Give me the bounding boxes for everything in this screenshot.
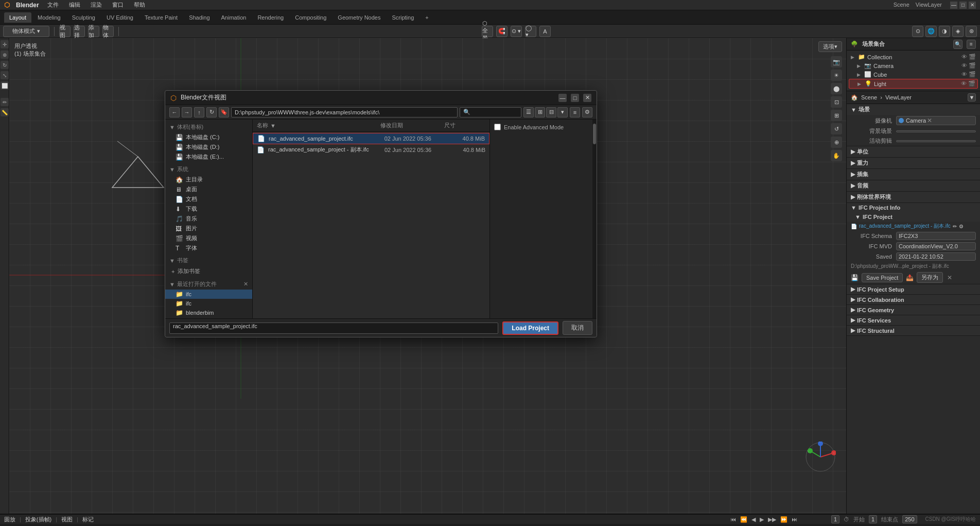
toolbar-snap[interactable]: 🧲 — [496, 26, 507, 37]
timeline-jump-start[interactable]: ⏮ — [730, 516, 736, 522]
end-frame-input[interactable]: 250 — [902, 515, 917, 523]
load-project-button[interactable]: Load Project — [502, 321, 558, 335]
collection-render-icon[interactable]: 🎬 — [969, 54, 976, 60]
tab-layout[interactable]: Layout — [4, 12, 31, 23]
timeline-play-btn[interactable]: ▶ — [760, 516, 764, 523]
vp-rotate-icon[interactable]: ↺ — [831, 123, 842, 134]
start-frame-input[interactable]: 1 — [869, 515, 877, 523]
toolbar-proportional[interactable]: ⊙ ▾ — [511, 26, 522, 37]
frame-current-display[interactable]: 1 — [831, 515, 839, 523]
outliner-search-icon[interactable]: 🔍 — [953, 40, 962, 49]
tab-rendering[interactable]: Rendering — [252, 12, 289, 23]
toolbar-transform[interactable]: ◯ ▾ — [525, 26, 536, 37]
tab-modeling[interactable]: Modeling — [32, 12, 66, 23]
fb-maximize-btn[interactable]: □ — [571, 94, 579, 102]
props-breadcrumb-view[interactable]: ViewLayer — [885, 94, 912, 100]
toolbar-material-mode[interactable]: ◈ — [952, 26, 964, 37]
fb-nav-back[interactable]: ← — [169, 107, 180, 117]
tab-texture-paint[interactable]: Texture Paint — [139, 12, 183, 23]
fb-view-list[interactable]: ☰ — [523, 107, 534, 117]
fb-filename-display[interactable]: rac_advanced_sample_project.ifc — [169, 323, 498, 334]
light-visibility-icon[interactable]: 👁 — [960, 80, 967, 87]
toolbar-object[interactable]: 物体 — [102, 26, 114, 37]
fb-section-recent-header[interactable]: ▼ 最近打开的文件 ✕ — [165, 279, 252, 290]
viewport-options-button[interactable]: 选项▾ — [818, 41, 842, 52]
fb-close-btn[interactable]: ✕ — [583, 94, 591, 102]
advanced-checkbox-input[interactable] — [494, 124, 501, 130]
fb-settings-btn[interactable]: ⚙ — [582, 107, 592, 117]
fb-item-pictures[interactable]: 🖼 图片 — [165, 224, 252, 233]
col-header-size[interactable]: 尺寸 — [444, 122, 485, 129]
tab-shading[interactable]: Shading — [184, 12, 215, 23]
camera-render-icon[interactable]: 🎬 — [969, 62, 976, 69]
units-header[interactable]: ▶ 单位 — [847, 146, 980, 157]
ifc-file-edit-icon[interactable]: ✏ — [953, 224, 957, 229]
props-filter-icon[interactable]: ▼ — [968, 93, 976, 101]
toolbar-select[interactable]: 选择 — [74, 26, 85, 37]
fb-section-volumes-header[interactable]: ▼ 体积(卷标) — [165, 122, 252, 132]
rigid-body-header[interactable]: ▶ 刚体世界环境 — [847, 192, 980, 202]
menu-help[interactable]: 帮助 — [132, 1, 147, 9]
fb-item-documents[interactable]: 📄 文档 — [165, 194, 252, 204]
ifc-structural-header[interactable]: ▶ IFC Structural — [847, 326, 980, 335]
fb-recent-ifc-1[interactable]: 📁 ifc — [165, 290, 252, 299]
menu-window[interactable]: 窗口 — [110, 1, 126, 9]
fb-filter-btn[interactable]: ≡ — [570, 107, 580, 117]
fb-nav-refresh[interactable]: ↻ — [206, 107, 217, 117]
fb-search-bar[interactable]: 🔍 — [460, 107, 521, 117]
tool-cursor[interactable]: ✛ — [1, 40, 9, 48]
advanced-mode-checkbox[interactable]: Enable Advanced Mode — [494, 124, 588, 130]
ifc-collab-header[interactable]: ▶ IFC Collaboration — [847, 295, 980, 304]
toolbar-object-mode[interactable]: 物体模式 ▾ — [3, 26, 49, 37]
vp-wireframe-icon[interactable]: ⊡ — [831, 96, 842, 108]
fb-item-home[interactable]: 🏠 主目录 — [165, 175, 252, 184]
tool-transform[interactable]: ⬜ — [1, 81, 9, 90]
timeline-prev[interactable]: ◀ — [751, 516, 756, 523]
tool-measure[interactable]: 📏 — [1, 108, 9, 116]
tree-item-camera[interactable]: ▶ 📷 Camera 👁 🎬 — [849, 61, 978, 70]
fb-item-d-drive[interactable]: 💾 本地磁盘 (D:) — [165, 142, 252, 152]
vp-sun-icon[interactable]: ☀ — [831, 70, 842, 81]
toolbar-add[interactable]: 添加 — [88, 26, 99, 37]
tree-item-cube[interactable]: ▶ ⬜ Cube 👁 🎬 — [849, 70, 978, 79]
timeline-mark-label[interactable]: 标记 — [82, 516, 94, 523]
fb-nav-forward[interactable]: → — [182, 107, 192, 117]
menu-file[interactable]: 文件 — [45, 1, 61, 9]
tab-compositing[interactable]: Compositing — [290, 12, 331, 23]
recent-close-icon[interactable]: ✕ — [243, 281, 248, 287]
close-button[interactable]: ✕ — [969, 2, 976, 9]
audio-header[interactable]: ▶ 音频 — [847, 180, 980, 191]
fb-path-bar[interactable]: D:\phpstudy_pro\WWW\three.js-dev\example… — [231, 107, 458, 117]
cube-visibility-icon[interactable]: 👁 — [960, 71, 968, 78]
scene-section-header[interactable]: ▼ 场景 — [847, 104, 980, 115]
menu-render[interactable]: 渲染 — [89, 1, 104, 9]
menu-edit[interactable]: 编辑 — [67, 1, 82, 9]
timeline-view-label[interactable]: 视图 — [61, 516, 73, 523]
outliner-filter-icon[interactable]: ≡ — [967, 40, 976, 49]
fb-item-videos[interactable]: 🎬 视频 — [165, 233, 252, 243]
fb-add-bookmark-btn[interactable]: + 添加书签 — [165, 266, 252, 277]
fb-item-desktop[interactable]: 🖥 桌面 — [165, 184, 252, 194]
vp-camera-icon[interactable]: 📷 — [831, 56, 842, 67]
toolbar-shading[interactable]: 🌐 — [925, 26, 937, 37]
fb-section-system-header[interactable]: ▼ 系统 — [165, 164, 252, 175]
gravity-header[interactable]: ▶ 重力 — [847, 158, 980, 168]
toolbar-view[interactable]: 视图 — [59, 26, 71, 37]
fb-view-dropdown[interactable]: ▾ — [557, 107, 568, 117]
fb-item-downloads[interactable]: ⬇ 下载 — [165, 204, 252, 214]
fb-item-music[interactable]: 🎵 音乐 — [165, 214, 252, 224]
tool-scale[interactable]: ⤡ — [1, 71, 9, 79]
timeline-jump-end[interactable]: ⏭ — [792, 516, 797, 522]
navigation-gizmo[interactable]: X Y Z — [805, 442, 836, 472]
light-render-icon[interactable]: 🎬 — [968, 80, 975, 87]
vp-zoom-icon[interactable]: ⊕ — [831, 137, 842, 148]
props-breadcrumb-scene[interactable]: Scene — [861, 94, 877, 100]
tool-annotate[interactable]: ✏ — [1, 98, 9, 106]
fb-item-fonts[interactable]: T 字体 — [165, 243, 252, 253]
vp-pan-icon[interactable]: ✋ — [831, 150, 842, 161]
camera-close-btn[interactable]: ✕ — [926, 117, 933, 124]
cancel-button[interactable]: 取消 — [563, 321, 592, 335]
tree-item-collection[interactable]: ▶ 📁 Collection 👁 🎬 — [849, 53, 978, 61]
fb-file-item-1[interactable]: 📄 rac_advanced_sample_project - 副本.ifc 0… — [253, 144, 489, 155]
active-clip-value[interactable] — [896, 140, 976, 142]
